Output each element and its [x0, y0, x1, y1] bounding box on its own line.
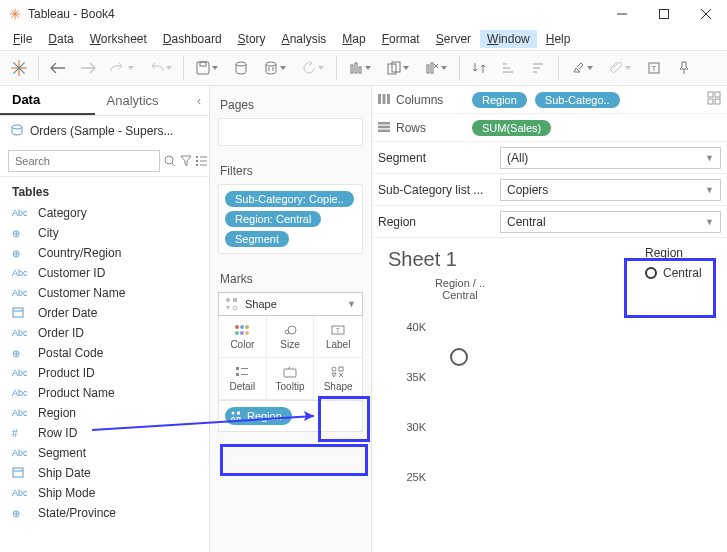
svg-point-70	[232, 418, 235, 421]
menu-story[interactable]: Story	[231, 30, 273, 48]
minimize-button[interactable]	[601, 0, 643, 28]
refresh-button[interactable]	[294, 53, 332, 83]
pages-shelf-title: Pages	[218, 92, 363, 118]
filters-shelf[interactable]: Sub-Category: Copie..Region: CentralSegm…	[218, 184, 363, 254]
filter-icon[interactable]	[180, 151, 192, 171]
pages-shelf[interactable]	[218, 118, 363, 146]
field-state-province[interactable]: ⊕State/Province	[0, 503, 209, 523]
redo-button[interactable]	[141, 53, 179, 83]
close-button[interactable]	[685, 0, 727, 28]
field-customer-name[interactable]: AbcCustomer Name	[0, 283, 209, 303]
column-pill[interactable]: Region	[472, 92, 527, 108]
marks-footer[interactable]: Region	[218, 401, 363, 432]
svg-rect-24	[431, 63, 433, 73]
undo-button[interactable]	[103, 53, 141, 83]
tables-header: Tables	[0, 177, 209, 203]
marks-size-button[interactable]: Size	[267, 316, 315, 358]
menu-worksheet[interactable]: Worksheet	[83, 30, 154, 48]
back-button[interactable]	[43, 53, 73, 83]
field-order-id[interactable]: AbcOrder ID	[0, 323, 209, 343]
guide-me-icon[interactable]	[707, 91, 721, 108]
filter-pill[interactable]: Region: Central	[225, 211, 321, 227]
field-region[interactable]: AbcRegion	[0, 403, 209, 423]
marks-shape-button[interactable]: Shape	[314, 358, 362, 400]
marks-type-select[interactable]: Shape ▼	[218, 292, 363, 316]
svg-rect-32	[533, 71, 537, 73]
forward-button[interactable]	[73, 53, 103, 83]
chart-header-1: Region / ..	[430, 277, 490, 289]
svg-rect-76	[715, 92, 720, 97]
svg-rect-5	[660, 9, 669, 18]
field-postal-code[interactable]: ⊕Postal Code	[0, 343, 209, 363]
attach-button[interactable]	[601, 53, 639, 83]
data-point[interactable]	[450, 348, 468, 366]
svg-point-51	[235, 325, 239, 329]
clear-button[interactable]	[417, 53, 455, 83]
sheet-title[interactable]: Sheet 1	[388, 248, 627, 271]
svg-text:T: T	[652, 64, 657, 73]
field-country-region[interactable]: ⊕Country/Region	[0, 243, 209, 263]
svg-rect-40	[196, 164, 198, 166]
menu-format[interactable]: Format	[375, 30, 427, 48]
filters-shelf-title: Filters	[218, 158, 363, 184]
menu-dashboard[interactable]: Dashboard	[156, 30, 229, 48]
columns-shelf[interactable]: RegionSub-Catego..	[470, 90, 701, 110]
menu-server[interactable]: Server	[429, 30, 478, 48]
tab-analytics[interactable]: Analytics	[95, 87, 190, 114]
search-input[interactable]	[8, 150, 160, 172]
highlight-button[interactable]	[563, 53, 601, 83]
datasource-row[interactable]: Orders (Sample - Supers...	[0, 116, 209, 146]
duplicate-button[interactable]	[379, 53, 417, 83]
menu-window[interactable]: Window	[480, 30, 537, 48]
field-ship-mode[interactable]: AbcShip Mode	[0, 483, 209, 503]
svg-point-50	[233, 306, 237, 310]
titlebar: Tableau - Book4	[0, 0, 727, 28]
field-product-id[interactable]: AbcProduct ID	[0, 363, 209, 383]
menu-data[interactable]: Data	[41, 30, 80, 48]
menu-analysis[interactable]: Analysis	[275, 30, 334, 48]
marks-title: Marks	[218, 266, 363, 292]
tableau-logo-toolbar-icon[interactable]	[4, 53, 34, 83]
text-button[interactable]: T	[639, 53, 669, 83]
menu-file[interactable]: File	[6, 30, 39, 48]
field-row-id[interactable]: #Row ID	[0, 423, 209, 443]
quick-filter-select[interactable]: (All)▼	[500, 147, 721, 169]
pin-button[interactable]	[669, 53, 699, 83]
sort-asc-button[interactable]	[494, 53, 524, 83]
legend-item[interactable]: Central	[645, 266, 719, 280]
swap-button[interactable]	[464, 53, 494, 83]
field-order-date[interactable]: Order Date	[0, 303, 209, 323]
svg-rect-31	[533, 67, 540, 69]
new-worksheet-button[interactable]	[341, 53, 379, 83]
field-ship-date[interactable]: Ship Date	[0, 463, 209, 483]
menu-help[interactable]: Help	[539, 30, 578, 48]
sort-desc-button[interactable]	[524, 53, 554, 83]
quick-filter-select[interactable]: Copiers▼	[500, 179, 721, 201]
quick-filter-select[interactable]: Central▼	[500, 211, 721, 233]
marks-color-button[interactable]: Color	[219, 316, 267, 358]
row-pill[interactable]: SUM(Sales)	[472, 120, 551, 136]
svg-point-58	[288, 326, 296, 334]
search-icon[interactable]	[164, 151, 176, 171]
collapse-pane-icon[interactable]: ‹	[189, 94, 209, 108]
field-city[interactable]: ⊕City	[0, 223, 209, 243]
field-customer-id[interactable]: AbcCustomer ID	[0, 263, 209, 283]
pause-button[interactable]	[256, 53, 294, 83]
marks-region-pill[interactable]: Region	[225, 407, 292, 425]
filter-pill[interactable]: Segment	[225, 231, 289, 247]
maximize-button[interactable]	[643, 0, 685, 28]
menu-map[interactable]: Map	[335, 30, 372, 48]
filter-pill[interactable]: Sub-Category: Copie..	[225, 191, 354, 207]
field-category[interactable]: AbcCategory	[0, 203, 209, 223]
tab-data[interactable]: Data	[0, 86, 95, 115]
save-button[interactable]	[188, 53, 226, 83]
chart-area[interactable]: 25K30K35K40K	[388, 307, 627, 507]
column-pill[interactable]: Sub-Catego..	[535, 92, 620, 108]
field-product-name[interactable]: AbcProduct Name	[0, 383, 209, 403]
new-datasource-button[interactable]	[226, 53, 256, 83]
marks-detail-button[interactable]: Detail	[219, 358, 267, 400]
rows-shelf[interactable]: SUM(Sales)	[470, 118, 721, 138]
marks-tooltip-button[interactable]: Tooltip	[267, 358, 315, 400]
marks-label-button[interactable]: TLabel	[314, 316, 362, 358]
field-segment[interactable]: AbcSegment	[0, 443, 209, 463]
